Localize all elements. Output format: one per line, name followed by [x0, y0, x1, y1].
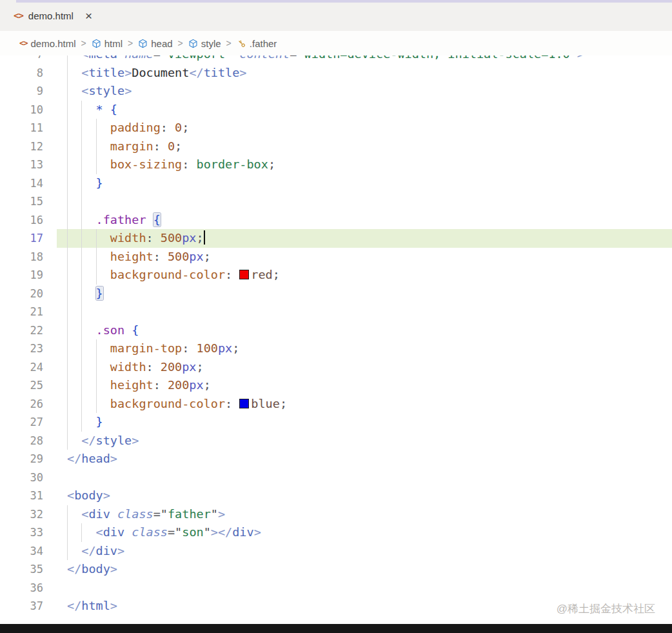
code-line[interactable]: 15	[0, 192, 672, 211]
symbol-cube-icon	[188, 39, 198, 48]
code-line[interactable]: 14 }	[0, 174, 672, 193]
editor[interactable]: 7 <meta name="viewport" content="width=d…	[0, 55, 672, 624]
line-number: 34	[0, 542, 57, 561]
indent-guide	[67, 395, 68, 414]
line-number: 7	[0, 55, 57, 64]
text-cursor	[204, 230, 205, 245]
indent-guide	[67, 358, 68, 377]
code-line[interactable]: 19 background-color: red;	[0, 266, 672, 285]
code-line[interactable]: 35</body>	[0, 560, 672, 579]
indent-guide	[81, 101, 82, 119]
line-number: 36	[0, 579, 57, 598]
code-line[interactable]: 28 </style>	[0, 432, 672, 450]
code-content: * {	[57, 101, 672, 119]
code-line[interactable]: 8 <title>Document</title>	[0, 64, 672, 83]
breadcrumb-item-head[interactable]: head	[138, 38, 172, 49]
indent-guide	[96, 119, 97, 137]
code-line[interactable]: 7 <meta name="viewport" content="width=d…	[0, 55, 672, 64]
code-line[interactable]: 13 box-sizing: border-box;	[0, 156, 672, 174]
code-line[interactable]: 11 padding: 0;	[0, 119, 672, 137]
bottom-bar	[0, 624, 672, 633]
indent-guide	[67, 376, 68, 395]
code-line[interactable]: 20 }	[0, 285, 672, 303]
symbol-cube-icon	[138, 39, 148, 48]
indent-guide	[96, 358, 97, 377]
breadcrumb-label: html	[104, 38, 123, 49]
indent-guide	[67, 64, 68, 83]
breadcrumb-label: demo.html	[30, 38, 75, 49]
symbol-cube-icon	[92, 39, 101, 48]
line-number: 20	[0, 285, 57, 303]
window-top-edge	[16, 0, 672, 3]
code-line[interactable]: 16 .father {	[0, 211, 672, 230]
code-content: </style>	[57, 432, 672, 450]
indent-guide	[67, 82, 68, 101]
code-content: <div class="son"></div>	[57, 523, 672, 542]
indent-guide	[81, 339, 82, 358]
tab-bar: <> demo.html ×	[0, 0, 672, 31]
code-line[interactable]: 26 background-color: blue;	[0, 395, 672, 414]
indent-guide	[81, 395, 82, 414]
code-line[interactable]: 30	[0, 468, 672, 487]
code-line[interactable]: 29</head>	[0, 450, 672, 468]
line-number: 31	[0, 487, 57, 505]
indent-guide	[67, 156, 68, 174]
code-line[interactable]: 12 margin: 0;	[0, 137, 672, 156]
indent-guide	[81, 266, 82, 285]
code-content: <style>	[57, 82, 672, 101]
indent-guide	[67, 211, 68, 230]
code-content: width: 500px;	[57, 229, 672, 248]
tab-close-icon[interactable]: ×	[85, 10, 92, 22]
breadcrumb-label: style	[201, 38, 221, 49]
code-content: <title>Document</title>	[57, 64, 672, 83]
code-content: .father {	[57, 211, 672, 230]
code-line[interactable]: 34 </div>	[0, 542, 672, 561]
breadcrumb-item-demo-html[interactable]: <>demo.html	[19, 38, 75, 49]
code-line[interactable]: 36	[0, 579, 672, 598]
code-line[interactable]: 25 height: 200px;	[0, 376, 672, 395]
indent-guide	[96, 376, 97, 395]
code-content: <div class="father">	[57, 505, 672, 524]
breadcrumb-item-father[interactable]: .father	[237, 38, 277, 49]
line-number: 26	[0, 395, 57, 414]
code-content: height: 200px;	[57, 376, 672, 395]
indent-guide	[67, 101, 68, 119]
code-content: padding: 0;	[57, 119, 672, 137]
indent-guide	[67, 523, 68, 542]
indent-guide	[81, 321, 82, 340]
line-number: 10	[0, 101, 57, 119]
code-line[interactable]: 9 <style>	[0, 82, 672, 101]
line-number: 25	[0, 376, 57, 395]
line-number: 8	[0, 64, 57, 83]
line-number: 35	[0, 560, 57, 579]
tab-demo-html[interactable]: <> demo.html ×	[0, 0, 101, 31]
indent-guide	[81, 358, 82, 377]
code-line[interactable]: 24 width: 200px;	[0, 358, 672, 377]
code-line[interactable]: 21	[0, 303, 672, 321]
vscode-window: <> demo.html × <>demo.html> html> head> …	[0, 0, 672, 633]
code-line[interactable]: 18 height: 500px;	[0, 248, 672, 266]
code-content: </div>	[57, 542, 672, 561]
indent-guide	[67, 248, 68, 266]
line-number: 22	[0, 321, 57, 340]
code-line[interactable]: 23 margin-top: 100px;	[0, 339, 672, 358]
line-number: 15	[0, 192, 57, 211]
code-content: height: 500px;	[57, 248, 672, 266]
code-content: </body>	[57, 560, 672, 579]
code-content: box-sizing: border-box;	[57, 156, 672, 174]
code-line[interactable]: 32 <div class="father">	[0, 505, 672, 524]
code-line[interactable]: 17 width: 500px;	[0, 229, 672, 248]
line-number: 12	[0, 137, 57, 156]
code-content: }	[57, 413, 672, 432]
code-line[interactable]: 31<body>	[0, 487, 672, 505]
code-line[interactable]: 22 .son {	[0, 321, 672, 340]
breadcrumb-item-html[interactable]: html	[92, 38, 123, 49]
breadcrumb-item-style[interactable]: style	[188, 38, 221, 49]
indent-guide	[67, 339, 68, 358]
line-number: 24	[0, 358, 57, 377]
code-line[interactable]: 27 }	[0, 413, 672, 432]
code-line[interactable]: 33 <div class="son"></div>	[0, 523, 672, 542]
line-number: 17	[0, 229, 57, 248]
indent-guide	[81, 156, 82, 174]
code-line[interactable]: 10 * {	[0, 101, 672, 119]
